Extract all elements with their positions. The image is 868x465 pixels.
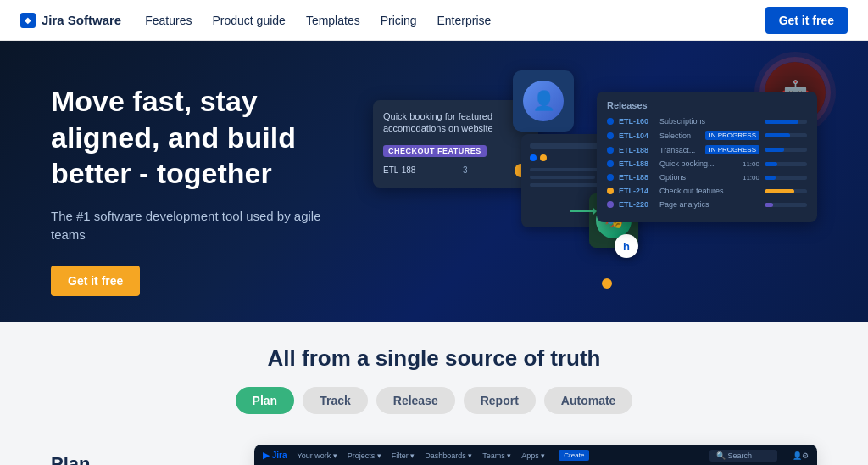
release-id-1: ETL-104 — [619, 132, 654, 140]
release-row-5: ETL-214 Check out features — [607, 187, 807, 195]
release-desc-1: Selection — [659, 132, 700, 140]
pill-automate[interactable]: Automate — [544, 387, 633, 414]
release-dot-2 — [607, 147, 614, 154]
nav-product-guide[interactable]: Product guide — [212, 14, 285, 27]
release-row-4: ETL-188 Options 11:00 — [607, 173, 807, 182]
release-desc-0: Subscriptions — [659, 117, 760, 126]
booking-card-row: ETL-188 3 — [383, 164, 528, 177]
booking-card-id: ETL-188 — [383, 165, 415, 175]
jira-search-input[interactable]: 🔍 Search — [709, 450, 777, 462]
release-dot-0 — [607, 118, 614, 125]
jira-nav-filter[interactable]: Filter ▾ — [392, 451, 415, 460]
nav-left: Jira Software Features Product guide Tem… — [20, 13, 491, 28]
release-id-4: ETL-188 — [619, 173, 654, 182]
nav-pricing[interactable]: Pricing — [381, 14, 417, 27]
jira-create-button[interactable]: Create — [559, 450, 589, 461]
hero-section: Move fast, stay aligned, and build bette… — [0, 41, 868, 322]
release-bar-6 — [765, 203, 773, 207]
release-bar-wrap-5 — [765, 189, 807, 193]
release-desc-6: Page analytics — [659, 200, 760, 209]
release-row-6: ETL-220 Page analytics — [607, 200, 807, 209]
pill-track[interactable]: Track — [303, 387, 368, 414]
release-bar-5 — [765, 189, 794, 193]
release-badge-2: IN PROGRESS — [705, 145, 760, 154]
hero-subtitle: The #1 software development tool used by… — [51, 207, 339, 245]
release-desc-2: Transact... — [659, 146, 700, 154]
release-dot-3 — [607, 160, 614, 167]
release-badge-1: IN PROGRESS — [705, 131, 760, 140]
release-bar-3 — [765, 162, 777, 166]
nav-get-free-button[interactable]: Get it free — [765, 7, 848, 34]
release-desc-5: Check out features — [659, 187, 760, 195]
brand: Jira Software — [20, 13, 121, 28]
plan-heading: Plan — [51, 453, 220, 466]
booking-count: 3 — [463, 165, 468, 175]
release-row-2: ETL-188 Transact... IN PROGRESS — [607, 145, 807, 154]
release-bar-0 — [765, 120, 798, 124]
release-bar-wrap-6 — [765, 203, 807, 207]
top-avatar-card: 👤 — [513, 70, 574, 132]
release-bar-2 — [765, 148, 784, 152]
dot-blue-icon — [530, 154, 537, 161]
orange-dot-icon — [602, 278, 612, 289]
releases-card: Releases ETL-160 Subscriptions ETL-104 S… — [597, 92, 817, 222]
nav-features[interactable]: Features — [145, 14, 192, 27]
pill-release[interactable]: Release — [376, 387, 455, 414]
pill-report[interactable]: Report — [464, 387, 536, 414]
connector-arrow — [570, 210, 596, 212]
release-dot-4 — [607, 174, 614, 181]
pill-plan[interactable]: Plan — [236, 387, 295, 414]
truth-title: All from a single source of truth — [51, 345, 817, 372]
jira-nav-your-work[interactable]: Your work ▾ — [298, 451, 337, 460]
plan-section: Plan Break the big ideas down into manag… — [0, 445, 868, 466]
release-status-3: 11:00 — [743, 160, 760, 168]
nav-links: Features Product guide Templates Pricing… — [145, 14, 491, 27]
release-bar-wrap-3 — [765, 162, 807, 166]
release-id-6: ETL-220 — [619, 200, 654, 209]
plan-text: Plan Break the big ideas down into manag… — [51, 445, 220, 466]
release-id-0: ETL-160 — [619, 117, 654, 126]
brand-name: Jira Software — [42, 13, 121, 27]
top-avatar-icon: 👤 — [523, 81, 564, 121]
truth-section: All from a single source of truth Plan T… — [0, 322, 868, 445]
hero-cta-button[interactable]: Get it free — [51, 266, 140, 296]
release-dot-5 — [607, 188, 614, 194]
release-bar-wrap-0 — [765, 120, 807, 124]
jira-nav-apps[interactable]: Apps ▾ — [521, 451, 545, 460]
release-bar-wrap-4 — [765, 176, 807, 180]
release-dot-1 — [607, 132, 614, 139]
nav-enterprise[interactable]: Enterprise — [437, 14, 491, 27]
brand-logo-icon — [20, 13, 36, 28]
nav-templates[interactable]: Templates — [306, 14, 360, 27]
jira-topbar: ▶ Jira Your work ▾ Projects ▾ Filter ▾ D… — [254, 445, 817, 466]
release-id-5: ETL-214 — [619, 187, 654, 195]
release-bar-wrap-1 — [765, 133, 807, 137]
release-id-2: ETL-188 — [619, 146, 654, 154]
booking-card-title: Quick booking for featured accomodations… — [383, 110, 528, 135]
release-row-3: ETL-188 Quick booking... 11:00 — [607, 160, 807, 168]
release-id-3: ETL-188 — [619, 160, 654, 168]
release-bar-4 — [765, 176, 776, 180]
jira-nav-teams[interactable]: Teams ▾ — [482, 451, 511, 460]
jira-logo-small: ▶ Jira — [263, 451, 287, 460]
jira-nav-dashboards[interactable]: Dashboards ▾ — [425, 451, 472, 460]
pills-container: Plan Track Release Report Automate — [51, 387, 817, 414]
release-bar-1 — [765, 133, 790, 137]
mid-line-3 — [530, 183, 604, 187]
mid-line-2 — [530, 176, 595, 179]
navbar: Jira Software Features Product guide Tem… — [0, 0, 868, 41]
checkout-badge: CHECKOUT FEATURES — [383, 145, 487, 157]
releases-title: Releases — [607, 100, 807, 110]
hero-visual: Quick booking for featured accomodations… — [373, 75, 817, 278]
release-bar-wrap-2 — [765, 148, 807, 152]
dot-yellow-icon — [540, 154, 547, 161]
release-row-1: ETL-104 Selection IN PROGRESS — [607, 131, 807, 140]
jira-board-mockup: ▶ Jira Your work ▾ Projects ▾ Filter ▾ D… — [254, 445, 817, 466]
release-desc-3: Quick booking... — [659, 160, 737, 168]
hero-text: Move fast, stay aligned, and build bette… — [51, 75, 339, 296]
h-bubble: h — [615, 234, 638, 258]
jira-nav-projects[interactable]: Projects ▾ — [348, 451, 381, 460]
release-dot-6 — [607, 201, 614, 208]
release-status-4: 11:00 — [743, 174, 760, 182]
jira-user-icons: 👤⚙ — [793, 451, 809, 460]
